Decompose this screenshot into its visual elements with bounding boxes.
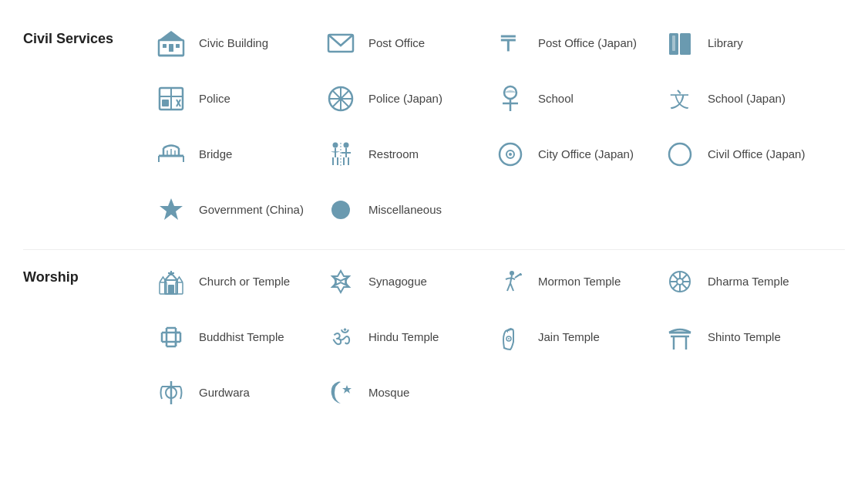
jain-temple-icon: [493, 320, 527, 354]
mormon-temple-label: Mormon Temple: [538, 274, 621, 289]
list-item: City Office (Japan): [486, 127, 655, 182]
svg-text:文: 文: [670, 89, 690, 111]
list-item: Police: [146, 71, 316, 127]
police-label: Police: [199, 91, 230, 106]
svg-point-36: [333, 143, 338, 148]
svg-line-61: [510, 275, 512, 283]
school-japan-icon: 文: [663, 82, 697, 116]
list-item: Gurdwara: [146, 365, 316, 421]
church-or-temple-label: Church or Temple: [199, 274, 290, 289]
svg-point-90: [508, 338, 510, 339]
buddhist-temple-icon: [154, 320, 188, 354]
svg-point-40: [344, 143, 349, 148]
shinto-temple-label: Shinto Temple: [708, 329, 781, 345]
school-icon: [493, 82, 527, 116]
civil-services-section: Civil Services Civic Building Post Offic…: [23, 15, 845, 238]
bridge-icon: [154, 137, 188, 171]
gurdwara-icon: [154, 376, 188, 410]
svg-rect-3: [176, 44, 180, 48]
civic-building-icon: [154, 26, 188, 60]
mosque-label: Mosque: [368, 385, 409, 400]
svg-line-63: [510, 283, 513, 291]
list-item: Government (China): [146, 182, 316, 238]
miscellaneous-label: Miscellaneous: [368, 202, 442, 218]
svg-line-73: [673, 284, 678, 289]
svg-marker-59: [332, 278, 349, 292]
list-item: Civic Building: [146, 15, 316, 71]
gurdwara-label: Gurdwara: [199, 385, 250, 400]
list-item: Civil Office (Japan): [655, 127, 825, 182]
worship-grid: Church or Temple Synagogue: [146, 254, 845, 421]
government-china-icon: [154, 193, 188, 227]
synagogue-label: Synagogue: [368, 274, 427, 289]
bridge-label: Bridge: [199, 147, 232, 162]
svg-rect-11: [681, 33, 690, 55]
list-item: Bridge: [146, 127, 316, 182]
civic-building-label: Civic Building: [199, 35, 268, 51]
civil-services-label: Civil Services: [23, 15, 146, 238]
svg-rect-16: [162, 100, 169, 106]
list-item: Dharma Temple: [655, 254, 825, 309]
list-item: Mormon Temple: [486, 254, 655, 309]
list-item: School: [486, 71, 655, 127]
list-item: Library: [655, 15, 825, 71]
list-item: Post Office: [316, 15, 486, 71]
list-item: 文 School (Japan): [655, 71, 825, 127]
svg-point-49: [669, 144, 691, 165]
city-office-japan-label: City Office (Japan): [538, 147, 634, 162]
miscellaneous-icon: [324, 193, 358, 227]
synagogue-icon: [324, 265, 358, 299]
police-icon: [154, 82, 188, 116]
buddhist-temple-label: Buddhist Temple: [199, 329, 284, 345]
list-item: Buddhist Temple: [146, 309, 316, 365]
school-japan-label: School (Japan): [708, 91, 786, 106]
mormon-temple-icon: [493, 265, 527, 299]
restroom-label: Restroom: [368, 147, 419, 162]
svg-marker-4: [159, 31, 183, 40]
svg-line-71: [682, 284, 687, 289]
post-office-japan-icon: 〒: [493, 26, 527, 60]
post-office-label: Post Office: [368, 35, 425, 51]
svg-line-70: [673, 275, 678, 279]
police-japan-label: Police (Japan): [368, 91, 442, 106]
list-item: Police (Japan): [316, 71, 486, 127]
svg-rect-12: [672, 35, 675, 51]
worship-section: Worship: [23, 254, 845, 421]
list-item: Church or Temple: [146, 254, 316, 309]
svg-point-51: [331, 201, 350, 219]
list-item: Miscellaneous: [316, 182, 486, 238]
svg-line-72: [682, 275, 687, 279]
church-or-temple-icon: [154, 265, 188, 299]
hindu-temple-label: Hindu Temple: [368, 329, 439, 345]
jain-temple-label: Jain Temple: [538, 329, 600, 345]
police-japan-icon: [324, 82, 358, 116]
post-office-icon: [324, 26, 358, 60]
post-office-japan-label: Post Office (Japan): [538, 35, 637, 51]
svg-text:ॐ: ॐ: [332, 326, 351, 350]
dharma-temple-icon: [663, 265, 697, 299]
svg-point-60: [510, 271, 514, 275]
shinto-temple-icon: [663, 320, 697, 354]
restroom-icon: [324, 137, 358, 171]
svg-rect-55: [168, 285, 174, 294]
civil-office-japan-icon: [663, 137, 697, 171]
list-item: Restroom: [316, 127, 486, 182]
library-label: Library: [708, 35, 743, 51]
city-office-japan-icon: [493, 137, 527, 171]
page: Civil Services Civic Building Post Offic…: [0, 0, 868, 444]
civil-office-japan-label: Civil Office (Japan): [708, 147, 805, 162]
library-icon: [663, 26, 697, 60]
svg-rect-1: [163, 44, 167, 48]
government-china-label: Government (China): [199, 202, 304, 218]
svg-marker-50: [160, 198, 183, 220]
list-item: ॐ Hindu Temple: [316, 309, 486, 365]
worship-label: Worship: [23, 254, 146, 421]
svg-text:〒: 〒: [500, 32, 521, 56]
list-item: Synagogue: [316, 254, 486, 309]
svg-rect-2: [169, 44, 173, 52]
section-divider: [23, 249, 845, 250]
school-label: School: [538, 91, 574, 106]
list-item: Jain Temple: [486, 309, 655, 365]
svg-marker-98: [342, 385, 352, 393]
hindu-temple-icon: ॐ: [324, 320, 358, 354]
